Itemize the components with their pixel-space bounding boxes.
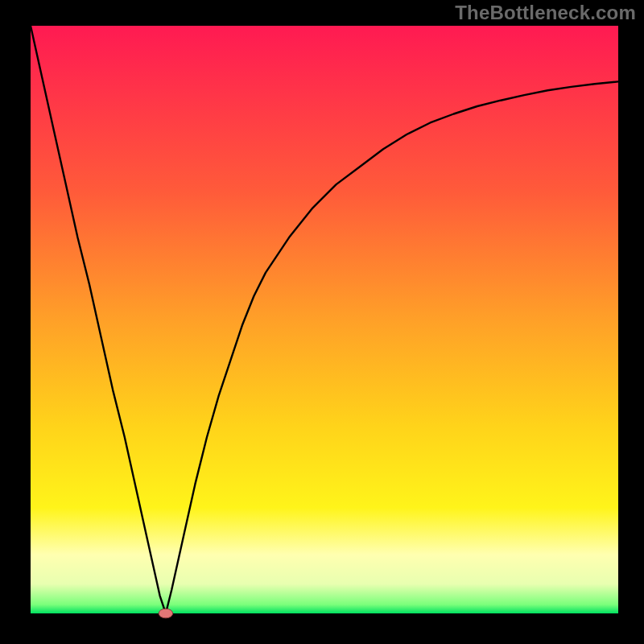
bottleneck-chart xyxy=(0,0,644,644)
chart-frame: TheBottleneck.com xyxy=(0,0,644,644)
optimum-marker xyxy=(159,609,173,618)
plot-background xyxy=(31,26,618,613)
